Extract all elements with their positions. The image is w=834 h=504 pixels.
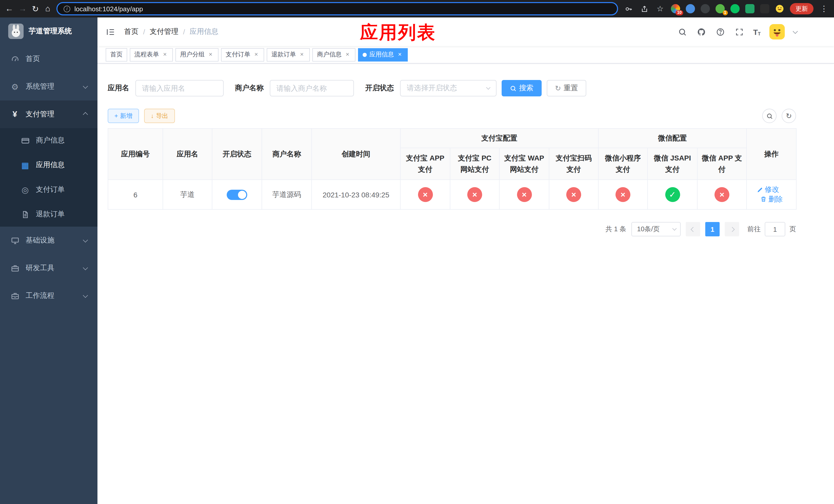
credit-card-icon — [21, 136, 30, 145]
sidebar-item-merchant-info[interactable]: 商户信息 — [0, 128, 97, 153]
extension-icon-1[interactable]: 10 — [671, 4, 680, 13]
sidebar-collapse-icon[interactable] — [105, 26, 116, 38]
browser-back-icon[interactable]: ← — [5, 3, 13, 15]
tab-pay-order[interactable]: 支付订单 × — [221, 48, 264, 61]
user-avatar[interactable] — [769, 24, 785, 40]
chevron-down-icon — [83, 237, 88, 242]
pagination-total: 共 1 条 — [606, 225, 626, 234]
tab-close-icon[interactable]: × — [161, 51, 168, 58]
font-size-icon[interactable] — [753, 27, 761, 36]
pencil-icon — [756, 187, 763, 193]
download-icon: ↓ — [151, 112, 154, 119]
trash-icon — [760, 196, 767, 203]
add-button[interactable]: + 新增 — [108, 109, 139, 123]
breadcrumb-separator: / — [143, 28, 145, 36]
next-page-button[interactable] — [725, 222, 739, 237]
browser-menu-icon[interactable]: ⋮ — [819, 4, 829, 13]
browser-forward-icon[interactable]: → — [19, 3, 27, 15]
refresh-table-button[interactable]: ↻ — [782, 109, 796, 123]
export-button[interactable]: ↓ 导出 — [144, 109, 175, 123]
fullscreen-icon[interactable] — [734, 27, 745, 37]
extension-badge-2: 1 — [722, 10, 728, 15]
sidebar-item-pay-order[interactable]: ◎ 支付订单 — [0, 177, 97, 202]
page-annotation: 应用列表 — [360, 21, 436, 45]
extension-icon-4[interactable]: 1 — [716, 4, 725, 13]
breadcrumb-separator: / — [183, 28, 185, 36]
cell-wx-mini: × — [598, 180, 648, 210]
sidebar-item-dev-tools[interactable]: 研发工具 — [0, 254, 97, 282]
sidebar-item-home[interactable]: 首页 — [0, 45, 97, 73]
browser-reload-icon[interactable]: ↻ — [32, 3, 39, 15]
avatar-caret-icon[interactable] — [793, 28, 798, 33]
col-wx-jsapi: 微信 JSAPI 支付 — [648, 148, 697, 180]
extension-icon-3[interactable] — [701, 4, 710, 13]
url-text[interactable]: localhost:1024/pay/app — [74, 5, 143, 13]
tab-close-icon[interactable]: × — [299, 51, 305, 58]
bookmark-star-icon[interactable]: ☆ — [655, 4, 665, 14]
search-icon[interactable] — [677, 27, 687, 37]
address-bar[interactable]: i localhost:1024/pay/app — [57, 2, 618, 15]
tab-refund-order[interactable]: 退款订单 × — [267, 48, 310, 61]
config-status-icon: × — [715, 187, 729, 202]
share-icon[interactable] — [639, 4, 649, 14]
sidebar-logo: 芋道管理系统 — [0, 18, 97, 45]
merchant-name-input[interactable] — [270, 80, 354, 96]
toggle-search-button[interactable] — [762, 109, 776, 123]
help-icon[interactable] — [715, 27, 725, 37]
table-row: 6 芋道 芋道源码 2021-10-23 08:49:25 × × × × × … — [108, 180, 796, 210]
extension-icon-2[interactable] — [686, 4, 695, 13]
page-jumper: 前往 页 — [747, 222, 796, 237]
col-group-wechat: 微信配置 — [598, 129, 747, 148]
tab-close-icon[interactable]: × — [253, 51, 260, 58]
breadcrumb-home[interactable]: 首页 — [124, 27, 138, 37]
cell-app-id: 6 — [108, 180, 163, 210]
tab-close-icon[interactable]: × — [207, 51, 214, 58]
payment-submenu: 商户信息 ▦ 应用信息 ◎ 支付订单 退款订单 — [0, 128, 97, 227]
chevron-down-icon — [83, 293, 88, 298]
prev-page-button[interactable] — [686, 222, 700, 237]
tab-close-icon[interactable]: × — [344, 51, 351, 58]
chevron-down-icon — [486, 85, 490, 90]
status-toggle[interactable] — [227, 190, 247, 200]
page-size-select[interactable]: 10条/页 — [631, 222, 681, 237]
cell-operations: 修改 删除 — [747, 180, 796, 210]
sidebar-item-workflow[interactable]: 工作流程 — [0, 282, 97, 310]
app-name-input[interactable] — [135, 80, 224, 96]
tab-user-group[interactable]: 用户分组 × — [175, 48, 219, 61]
tab-home[interactable]: 首页 — [106, 48, 127, 61]
tab-close-icon[interactable]: × — [396, 51, 403, 58]
config-status-icon: × — [467, 187, 482, 202]
tab-label: 流程表单 — [134, 50, 159, 59]
sidebar-item-system[interactable]: ⚙ 系统管理 — [0, 73, 97, 100]
sidebar-item-payment[interactable]: ¥ 支付管理 — [0, 100, 97, 128]
site-info-icon[interactable]: i — [64, 5, 70, 12]
sidebar-item-refund-order[interactable]: 退款订单 — [0, 202, 97, 227]
tab-merchant-info[interactable]: 商户信息 × — [312, 48, 355, 61]
cell-status — [212, 180, 262, 210]
col-app-name: 应用名 — [163, 129, 212, 180]
sidebar-item-label: 退款订单 — [36, 210, 65, 219]
edit-link[interactable]: 修改 — [756, 185, 779, 194]
goto-page-input[interactable] — [765, 222, 785, 237]
extension-icon-7[interactable] — [760, 4, 769, 13]
sidebar-item-app-info[interactable]: ▦ 应用信息 — [0, 153, 97, 177]
sidebar-item-infrastructure[interactable]: 基础设施 — [0, 227, 97, 254]
status-select[interactable]: 请选择开启状态 — [400, 80, 497, 96]
search-button[interactable]: 搜索 — [502, 80, 542, 96]
cell-alipay-wap: × — [499, 180, 549, 210]
search-icon — [766, 113, 773, 119]
browser-home-icon[interactable]: ⌂ — [44, 3, 51, 15]
extension-icon-6[interactable] — [745, 4, 754, 13]
github-icon[interactable] — [696, 27, 706, 37]
main-area: 首页 / 支付管理 / 应用信息 应用列表 — [97, 18, 834, 504]
tab-process-form[interactable]: 流程表单 × — [130, 48, 173, 61]
chrome-update-button[interactable]: 更新 — [790, 3, 813, 14]
tab-app-info[interactable]: 应用信息 × — [358, 48, 408, 61]
breadcrumb-payment[interactable]: 支付管理 — [150, 27, 178, 37]
page-number-1[interactable]: 1 — [705, 222, 720, 237]
delete-link[interactable]: 删除 — [760, 195, 783, 204]
reset-button[interactable]: ↻ 重置 — [547, 80, 586, 96]
password-key-icon[interactable] — [623, 4, 633, 14]
profile-avatar[interactable] — [775, 4, 784, 13]
extension-icon-5[interactable] — [730, 4, 740, 13]
